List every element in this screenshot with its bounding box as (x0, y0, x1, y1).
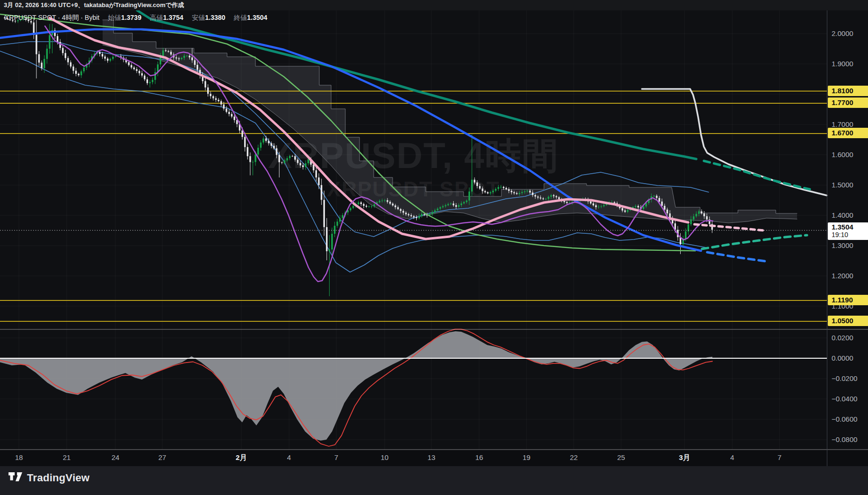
price-tick-label: 1.2000 (832, 272, 853, 280)
legend-close-label: 終値 (234, 14, 247, 21)
time-tick-label: 16 (475, 453, 483, 461)
blue-ma-projection-dashed (707, 252, 765, 261)
time-tick-label: 3月 (679, 453, 690, 462)
time-tick-label: 7 (334, 453, 338, 461)
price-tick-label: 1.4000 (832, 211, 853, 219)
time-tick-label: 18 (15, 453, 23, 461)
price-level-label: 1.8100 (828, 86, 868, 96)
legend-high-value: 1.3754 (163, 14, 184, 21)
tradingview-logo[interactable]: TradingView (9, 472, 90, 484)
ichimoku-cloud (103, 20, 797, 223)
green-ma-projection-dashed (702, 235, 807, 249)
last-price-label: 1.350419:10 (828, 222, 868, 240)
price-level-label: 1.6700 (828, 128, 868, 138)
legend-low-value: 1.3380 (205, 14, 226, 21)
macd-signal-line (0, 329, 712, 446)
indicator-tick-label: 0.0200 (832, 334, 853, 342)
purple-ma-line (45, 26, 713, 282)
time-tick-label: 10 (381, 453, 389, 461)
pink-ma-projection-dashed (694, 224, 764, 230)
time-tick-label: 24 (112, 453, 120, 461)
indicator-tick-label: −0.0600 (832, 415, 858, 423)
indicator-tick-label: 0.0000 (832, 354, 853, 362)
time-tick-label: 22 (570, 453, 578, 461)
indicator-tick-label: −0.0200 (832, 374, 858, 382)
price-axis[interactable]: 2.00001.90001.70001.60001.50001.40001.30… (827, 10, 868, 450)
price-tick-label: 2.0000 (832, 29, 853, 37)
legend-open-value: 1.3739 (121, 14, 141, 21)
price-tick-label: 1.5000 (832, 181, 853, 189)
bar-countdown: 19:10 (832, 231, 868, 239)
time-tick-label: 4 (287, 453, 291, 461)
price-tick-label: 1.3000 (832, 241, 853, 249)
legend-low-label: 安値 (192, 14, 205, 21)
price-tick-label: 1.9000 (832, 60, 853, 68)
time-tick-label: 4 (730, 453, 734, 461)
tradingview-logo-icon (9, 472, 23, 484)
tradingview-logo-text: TradingView (27, 472, 90, 484)
time-tick-label: 27 (158, 453, 167, 461)
time-tick-label: 21 (63, 453, 71, 461)
time-tick-label: 7 (778, 453, 781, 461)
price-level-label: 1.7700 (828, 97, 868, 108)
symbol-legend[interactable]: XRPUSDT SPOT · 4時間 · Bybit 始値1.3739 高値1.… (5, 14, 267, 22)
legend-open-label: 始値 (108, 14, 121, 21)
indicator-tick-label: −0.0800 (832, 435, 858, 443)
creation-caption-text: 3月 02, 2026 16:40 UTC+9、takatabaがTrading… (0, 0, 184, 10)
macd-histogram-area (0, 331, 712, 441)
time-axis[interactable]: 182124272月471013161922253月47 (0, 450, 827, 466)
legend-symbol-text[interactable]: XRPUSDT SPOT · 4時間 · Bybit (5, 14, 99, 21)
legend-high-label: 高値 (150, 14, 163, 21)
price-tick-label: 1.6000 (832, 150, 853, 159)
time-tick-label: 2月 (236, 453, 246, 462)
time-tick-label: 13 (428, 453, 436, 461)
creation-caption-bar: 3月 02, 2026 16:40 UTC+9、takatabaがTrading… (0, 0, 868, 10)
indicator-tick-label: −0.0400 (832, 395, 858, 403)
legend-close-value: 1.3504 (247, 14, 267, 21)
chart-canvas[interactable] (0, 0, 868, 495)
footer-bar: TradingView (0, 466, 868, 495)
time-tick-label: 19 (523, 453, 531, 461)
white-trailing-stop-line (642, 89, 827, 195)
price-level-label: 1.0500 (828, 316, 868, 326)
price-tick-label: 1.7000 (832, 120, 853, 128)
time-tick-label: 25 (617, 453, 625, 461)
tradingview-chart-window: 3月 02, 2026 16:40 UTC+9、takatabaがTrading… (0, 0, 868, 495)
last-price-value: 1.3504 (832, 223, 868, 231)
price-level-label: 1.1190 (828, 295, 868, 305)
ichimoku-senkou-b (103, 20, 797, 213)
